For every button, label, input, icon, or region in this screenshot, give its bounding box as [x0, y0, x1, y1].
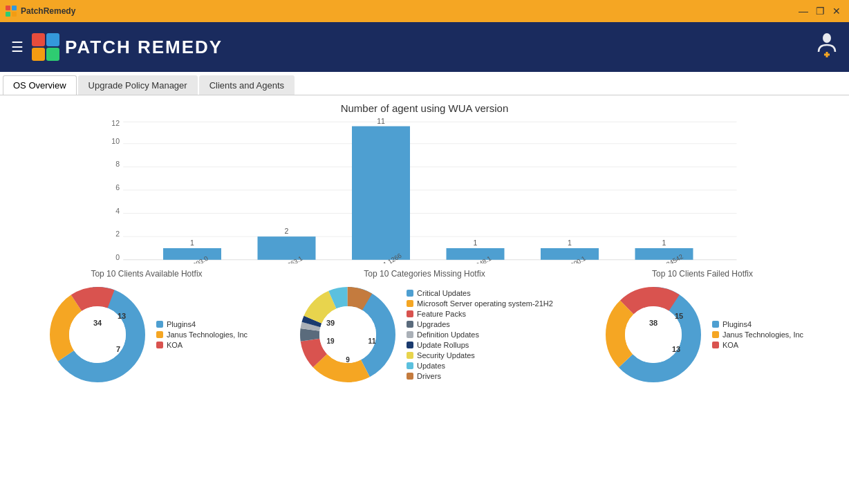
donut3-svg: 38 15 13: [601, 283, 705, 386]
svg-rect-24: [258, 236, 316, 260]
svg-text:7: 7: [116, 345, 120, 353]
app-icon: [6, 6, 17, 17]
window-controls[interactable]: — ❐ ✕: [796, 4, 843, 18]
donut3-legend: Plugins4 Janus Technologies, Inc KOA: [712, 320, 803, 349]
svg-point-55: [319, 306, 376, 363]
logo-text: PATCH REMEDY: [65, 37, 223, 58]
menu-button[interactable]: ☰: [11, 39, 24, 55]
svg-text:39: 39: [326, 319, 335, 327]
donut1-title: Top 10 Clients Available Hotfix: [91, 269, 202, 279]
main-content: Number of agent using WUA version 0 2 4 …: [0, 95, 849, 504]
donut2-legend: Critical Updates Microsoft Server operat…: [407, 289, 553, 380]
svg-text:9: 9: [346, 356, 350, 364]
svg-text:2: 2: [285, 227, 289, 235]
svg-text:13: 13: [672, 345, 680, 353]
svg-text:1: 1: [474, 239, 478, 247]
donut3-title: Top 10 Clients Failed Hotfix: [652, 269, 753, 279]
donut-chart-2: Top 10 Categories Missing Hotfix 19: [289, 269, 560, 386]
svg-text:38: 38: [649, 319, 657, 327]
tab-upgrade-policy[interactable]: Upgrade Policy Manager: [78, 75, 198, 95]
svg-text:19: 19: [327, 337, 335, 345]
svg-rect-36: [635, 248, 693, 260]
svg-text:15: 15: [675, 312, 683, 320]
bar-chart: 0 2 4 6 8 10 12 1 10.0.14393.0 2 10.0.17…: [11, 118, 838, 263]
svg-text:1: 1: [662, 239, 666, 247]
svg-rect-0: [6, 6, 10, 10]
donut-chart-3: Top 10 Clients Failed Hotfix 38 15 13 Pl…: [567, 269, 838, 386]
svg-text:11: 11: [377, 118, 385, 125]
svg-rect-1: [12, 6, 17, 10]
svg-text:1: 1: [190, 239, 194, 247]
tab-clients-agents[interactable]: Clients and Agents: [199, 75, 295, 95]
tabs-bar: OS Overview Upgrade Policy Manager Clien…: [0, 72, 849, 95]
svg-text:10: 10: [111, 137, 120, 145]
bottom-charts-row: Top 10 Clients Available Hotfix 34 13 7: [11, 269, 838, 386]
svg-point-63: [625, 306, 682, 363]
maximize-button[interactable]: ❐: [813, 4, 827, 18]
donut1-legend: Plugins4 Janus Technologies, Inc KOA: [156, 320, 248, 349]
header-user-icon[interactable]: [816, 32, 838, 62]
svg-text:8: 8: [115, 160, 120, 168]
svg-text:6: 6: [115, 183, 120, 192]
svg-rect-27: [352, 127, 410, 260]
svg-point-4: [823, 33, 831, 43]
donut-chart-1: Top 10 Clients Available Hotfix 34 13 7: [11, 269, 282, 386]
tab-os-overview[interactable]: OS Overview: [3, 75, 77, 95]
logo-cube: [32, 33, 59, 61]
svg-text:11: 11: [368, 337, 377, 345]
title-bar: PatchRemedy — ❐ ✕: [0, 0, 849, 22]
window-title: PatchRemedy: [21, 6, 75, 16]
svg-text:34: 34: [93, 319, 102, 327]
minimize-button[interactable]: —: [796, 4, 810, 18]
app-header: ☰ PATCH REMEDY: [0, 22, 849, 72]
donut2-title: Top 10 Categories Missing Hotfix: [364, 269, 485, 279]
svg-text:1: 1: [568, 239, 572, 247]
svg-rect-21: [163, 248, 221, 260]
svg-text:2: 2: [115, 230, 120, 238]
bar-chart-svg: 0 2 4 6 8 10 12 1 10.0.14393.0 2 10.0.17…: [11, 118, 838, 263]
svg-rect-30: [447, 248, 505, 260]
logo: PATCH REMEDY: [32, 33, 223, 61]
svg-rect-2: [6, 12, 10, 17]
svg-text:4: 4: [115, 207, 120, 215]
svg-rect-33: [541, 248, 599, 260]
svg-text:0: 0: [115, 253, 120, 261]
close-button[interactable]: ✕: [830, 4, 843, 18]
donut2-svg: 19 9 39 11: [296, 283, 400, 386]
svg-text:13: 13: [118, 312, 126, 320]
bar-chart-title: Number of agent using WUA version: [11, 102, 838, 114]
donut1-svg: 34 13 7: [46, 283, 149, 386]
svg-text:12: 12: [111, 119, 120, 127]
svg-rect-3: [12, 12, 17, 17]
